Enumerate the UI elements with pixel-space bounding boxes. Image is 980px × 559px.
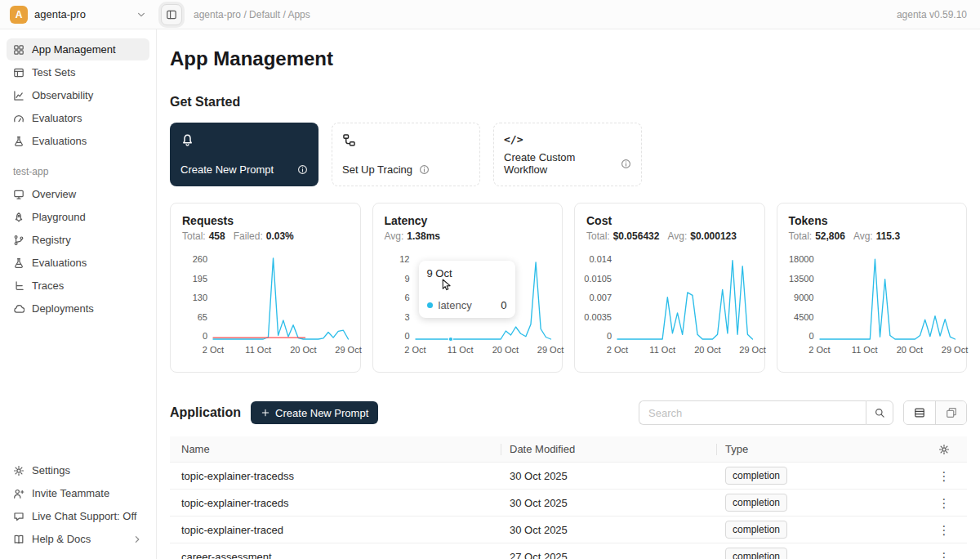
x-axis-tick: 20 Oct (694, 345, 720, 355)
row-menu-button[interactable]: ⋮ (921, 551, 967, 559)
get-started-card-set-up-tracing[interactable]: Set Up Tracing (332, 123, 480, 186)
create-new-prompt-label: Create New Prompt (275, 407, 368, 419)
column-header-type: Type (717, 443, 921, 455)
table-row[interactable]: career-assessment27 Oct 2025completion⋮ (170, 543, 967, 559)
chart-plot[interactable] (213, 255, 349, 341)
app-name: topic-explainer-traceds (170, 497, 501, 509)
stat-card-meta: Total:458Failed:0.03% (182, 230, 349, 242)
sidebar-item-settings[interactable]: Settings (7, 459, 149, 481)
stat-card-meta: Total:$0.056432Avg:$0.000123 (586, 230, 753, 242)
metric-label: Failed: (234, 230, 263, 242)
sidebar-item-invite-teammate[interactable]: Invite Teammate (7, 482, 149, 504)
app-date-modified: 27 Oct 2025 (501, 551, 717, 559)
metric-label: Avg: (385, 230, 404, 242)
code-icon: </> (504, 133, 523, 145)
info-icon (297, 164, 308, 175)
sidebar-item-label: App Management (32, 43, 116, 56)
table-icon (13, 67, 24, 78)
sidebar-item-evaluators[interactable]: Evaluators (7, 107, 149, 129)
search-input[interactable] (639, 400, 866, 425)
y-axis-tick: 9 (404, 275, 409, 284)
app-type-cell: completion (717, 521, 921, 539)
chart-plot[interactable] (820, 255, 956, 341)
stat-card-latency: LatencyAvg:1.38ms1296302 Oct11 Oct20 Oct… (372, 203, 564, 373)
app-name: career-assessment (170, 551, 501, 559)
table-view-button[interactable] (904, 401, 935, 424)
y-axis-tick: 12 (399, 255, 409, 264)
sidebar-item-observability[interactable]: Observability (7, 84, 149, 106)
sidebar-item-help-docs[interactable]: Help & Docs (7, 528, 149, 550)
chart-cost: 0.0140.01050.0070.003502 Oct11 Oct20 Oct… (586, 255, 753, 356)
table-settings-button[interactable] (921, 444, 967, 455)
get-started-card-create-custom-workflow[interactable]: </>Create Custom Workflow (493, 123, 642, 186)
metric-value: 1.38ms (407, 230, 440, 242)
metric-label: Total: (586, 230, 610, 242)
mouse-cursor-icon (442, 279, 452, 294)
sidebar-toggle-button[interactable] (161, 4, 182, 25)
sidebar-item-test-sets[interactable]: Test Sets (7, 61, 149, 83)
chart-plot[interactable] (617, 255, 753, 341)
sidebar-item-overview[interactable]: Overview (7, 183, 149, 205)
row-menu-button[interactable]: ⋮ (921, 470, 967, 482)
card-view-icon (946, 407, 957, 418)
sidebar: App ManagementTest SetsObservabilityEval… (0, 29, 157, 559)
workspace-avatar: A (10, 6, 28, 24)
get-started-title: Get Started (170, 95, 967, 110)
chevron-right-icon (131, 534, 143, 545)
search-box (639, 400, 893, 425)
sidebar-item-deployments[interactable]: Deployments (7, 297, 149, 320)
create-new-prompt-button[interactable]: Create New Prompt (251, 401, 378, 424)
tree-icon (13, 280, 24, 292)
stat-card-title: Tokens (789, 214, 956, 227)
application-header: Application Create New Prompt (170, 400, 967, 425)
sidebar-item-label: Settings (32, 464, 70, 476)
y-axis-tick: 0.0035 (584, 313, 612, 322)
search-icon (874, 407, 885, 418)
stat-card-title: Requests (182, 214, 349, 227)
breadcrumb[interactable]: agenta-pro / Default / Apps (194, 9, 310, 20)
sidebar-item-evaluations[interactable]: Evaluations (7, 130, 149, 152)
type-badge: completion (725, 494, 787, 512)
sidebar-item-evaluations[interactable]: Evaluations (7, 252, 149, 274)
app-type-cell: completion (717, 467, 921, 485)
metric-value: $0.056432 (613, 230, 660, 242)
table-row[interactable]: topic-explainer-traceds30 Oct 2025comple… (170, 490, 967, 517)
table-row[interactable]: topic-explainer-tracedss30 Oct 2025compl… (170, 463, 967, 490)
chevron-down-icon (136, 9, 147, 20)
metric-label: Total: (789, 230, 813, 242)
stat-card-title: Latency (385, 214, 551, 227)
app-type-cell: completion (717, 494, 921, 512)
row-menu-button[interactable]: ⋮ (921, 497, 967, 509)
table-row[interactable]: topic-explainer-traced30 Oct 2025complet… (170, 517, 967, 543)
book-icon (13, 534, 24, 545)
y-axis-tick: 3 (404, 313, 409, 322)
sidebar-item-label: Evaluations (32, 135, 87, 147)
gear-icon (13, 465, 24, 476)
chart-requests: 2601951306502 Oct11 Oct20 Oct29 Oct (182, 255, 349, 356)
workspace-switcher[interactable]: A agenta-pro (0, 6, 157, 24)
workspace-name: agenta-pro (34, 8, 86, 20)
x-axis-tick: 29 Oct (739, 345, 765, 355)
x-axis-tick: 2 Oct (404, 345, 425, 355)
trace-icon (342, 133, 356, 147)
sidebar-item-playground[interactable]: Playground (7, 206, 149, 228)
search-button[interactable] (866, 400, 893, 425)
x-axis-tick: 20 Oct (897, 345, 923, 355)
sidebar-item-registry[interactable]: Registry (7, 229, 149, 251)
sidebar-item-live-chat-support-off[interactable]: Live Chat Support: Off (7, 505, 149, 527)
row-menu-button[interactable]: ⋮ (921, 524, 967, 536)
card-view-button[interactable] (935, 401, 966, 424)
x-axis-tick: 20 Oct (492, 345, 519, 355)
get-started-card-label: Create Custom Workflow (504, 151, 614, 176)
x-axis-tick: 29 Oct (537, 345, 564, 355)
metric-label: Avg: (853, 230, 873, 242)
sidebar-item-traces[interactable]: Traces (7, 275, 149, 297)
sidebar-item-app-management[interactable]: App Management (7, 38, 149, 60)
y-axis-tick: 0 (808, 332, 813, 341)
metric-value: 52,806 (815, 230, 845, 242)
flask-icon (13, 257, 24, 269)
info-icon (419, 164, 430, 175)
get-started-card-create-new-prompt[interactable]: Create New Prompt (170, 123, 318, 186)
tooltip-series-label: latency (439, 299, 472, 311)
stat-card-requests: RequestsTotal:458Failed:0.03%26019513065… (170, 203, 361, 373)
